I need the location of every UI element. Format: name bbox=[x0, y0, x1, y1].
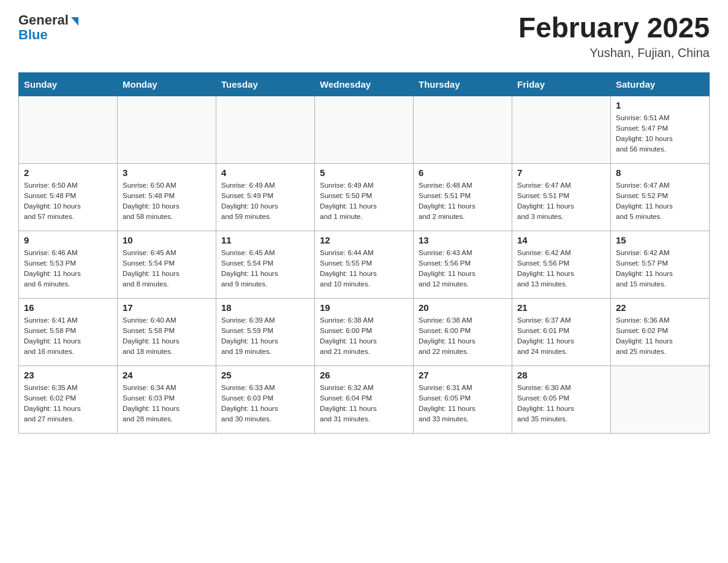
day-info: Sunrise: 6:46 AM Sunset: 5:53 PM Dayligh… bbox=[24, 248, 112, 290]
day-info: Sunrise: 6:45 AM Sunset: 5:54 PM Dayligh… bbox=[123, 248, 211, 290]
calendar-day-cell: 8Sunrise: 6:47 AM Sunset: 5:52 PM Daylig… bbox=[611, 163, 710, 231]
calendar-day-cell bbox=[512, 96, 611, 163]
day-info: Sunrise: 6:43 AM Sunset: 5:56 PM Dayligh… bbox=[419, 248, 507, 290]
calendar-day-cell: 11Sunrise: 6:45 AM Sunset: 5:54 PM Dayli… bbox=[216, 231, 315, 298]
calendar-day-cell bbox=[611, 366, 710, 433]
calendar-day-cell: 24Sunrise: 6:34 AM Sunset: 6:03 PM Dayli… bbox=[118, 366, 216, 433]
day-info: Sunrise: 6:47 AM Sunset: 5:52 PM Dayligh… bbox=[616, 180, 704, 223]
calendar-week-row: 16Sunrise: 6:41 AM Sunset: 5:58 PM Dayli… bbox=[19, 298, 710, 366]
calendar-day-cell: 19Sunrise: 6:38 AM Sunset: 6:00 PM Dayli… bbox=[315, 298, 414, 366]
weekday-header: Wednesday bbox=[315, 72, 414, 96]
calendar-day-cell: 2Sunrise: 6:50 AM Sunset: 5:48 PM Daylig… bbox=[19, 163, 118, 231]
day-number: 24 bbox=[123, 370, 211, 380]
calendar-day-cell: 23Sunrise: 6:35 AM Sunset: 6:02 PM Dayli… bbox=[19, 366, 118, 433]
calendar-day-cell: 3Sunrise: 6:50 AM Sunset: 5:48 PM Daylig… bbox=[118, 163, 216, 231]
page-header: General Blue February 2025 Yushan, Fujia… bbox=[18, 12, 710, 60]
weekday-header: Monday bbox=[118, 72, 216, 96]
day-info: Sunrise: 6:49 AM Sunset: 5:49 PM Dayligh… bbox=[221, 180, 309, 223]
logo-arrow-icon bbox=[71, 17, 78, 26]
logo-blue-text: Blue bbox=[18, 27, 48, 43]
calendar-day-cell: 10Sunrise: 6:45 AM Sunset: 5:54 PM Dayli… bbox=[118, 231, 216, 298]
day-number: 23 bbox=[24, 370, 112, 380]
weekday-header: Sunday bbox=[19, 72, 118, 96]
day-number: 10 bbox=[123, 235, 211, 245]
weekday-header: Friday bbox=[512, 72, 611, 96]
weekday-header: Saturday bbox=[611, 72, 710, 96]
calendar-day-cell: 22Sunrise: 6:36 AM Sunset: 6:02 PM Dayli… bbox=[611, 298, 710, 366]
calendar-day-cell: 16Sunrise: 6:41 AM Sunset: 5:58 PM Dayli… bbox=[19, 298, 118, 366]
calendar-day-cell: 14Sunrise: 6:42 AM Sunset: 5:56 PM Dayli… bbox=[512, 231, 611, 298]
weekday-header-row: SundayMondayTuesdayWednesdayThursdayFrid… bbox=[19, 72, 710, 96]
day-info: Sunrise: 6:34 AM Sunset: 6:03 PM Dayligh… bbox=[123, 383, 211, 425]
day-info: Sunrise: 6:32 AM Sunset: 6:04 PM Dayligh… bbox=[320, 383, 408, 425]
day-number: 28 bbox=[517, 370, 605, 380]
day-info: Sunrise: 6:31 AM Sunset: 6:05 PM Dayligh… bbox=[419, 383, 507, 425]
day-number: 14 bbox=[517, 235, 605, 245]
weekday-header: Thursday bbox=[414, 72, 512, 96]
calendar-day-cell: 5Sunrise: 6:49 AM Sunset: 5:50 PM Daylig… bbox=[315, 163, 414, 231]
calendar-week-row: 23Sunrise: 6:35 AM Sunset: 6:02 PM Dayli… bbox=[19, 366, 710, 433]
logo-general-text: General bbox=[18, 12, 69, 28]
day-info: Sunrise: 6:42 AM Sunset: 5:56 PM Dayligh… bbox=[517, 248, 605, 290]
day-number: 18 bbox=[221, 302, 309, 313]
day-number: 19 bbox=[320, 302, 408, 313]
calendar-day-cell: 13Sunrise: 6:43 AM Sunset: 5:56 PM Dayli… bbox=[414, 231, 512, 298]
day-info: Sunrise: 6:41 AM Sunset: 5:58 PM Dayligh… bbox=[24, 315, 112, 358]
calendar-week-row: 2Sunrise: 6:50 AM Sunset: 5:48 PM Daylig… bbox=[19, 163, 710, 231]
day-info: Sunrise: 6:48 AM Sunset: 5:51 PM Dayligh… bbox=[419, 180, 507, 223]
calendar-week-row: 1Sunrise: 6:51 AM Sunset: 5:47 PM Daylig… bbox=[19, 96, 710, 163]
day-number: 5 bbox=[320, 167, 408, 178]
day-number: 11 bbox=[221, 235, 309, 245]
day-number: 15 bbox=[616, 235, 704, 245]
day-info: Sunrise: 6:38 AM Sunset: 6:00 PM Dayligh… bbox=[419, 315, 507, 358]
calendar-week-row: 9Sunrise: 6:46 AM Sunset: 5:53 PM Daylig… bbox=[19, 231, 710, 298]
day-info: Sunrise: 6:35 AM Sunset: 6:02 PM Dayligh… bbox=[24, 383, 112, 425]
calendar-day-cell bbox=[118, 96, 216, 163]
day-info: Sunrise: 6:39 AM Sunset: 5:59 PM Dayligh… bbox=[221, 315, 309, 358]
day-info: Sunrise: 6:42 AM Sunset: 5:57 PM Dayligh… bbox=[616, 248, 704, 290]
calendar-table: SundayMondayTuesdayWednesdayThursdayFrid… bbox=[18, 72, 710, 434]
day-number: 4 bbox=[221, 167, 309, 178]
calendar-day-cell bbox=[414, 96, 512, 163]
day-info: Sunrise: 6:37 AM Sunset: 6:01 PM Dayligh… bbox=[517, 315, 605, 358]
day-number: 9 bbox=[24, 235, 112, 245]
calendar-day-cell: 28Sunrise: 6:30 AM Sunset: 6:05 PM Dayli… bbox=[512, 366, 611, 433]
calendar-day-cell: 7Sunrise: 6:47 AM Sunset: 5:51 PM Daylig… bbox=[512, 163, 611, 231]
day-number: 21 bbox=[517, 302, 605, 313]
calendar-day-cell: 25Sunrise: 6:33 AM Sunset: 6:03 PM Dayli… bbox=[216, 366, 315, 433]
calendar-day-cell: 9Sunrise: 6:46 AM Sunset: 5:53 PM Daylig… bbox=[19, 231, 118, 298]
day-number: 27 bbox=[419, 370, 507, 380]
day-number: 3 bbox=[123, 167, 211, 178]
day-info: Sunrise: 6:49 AM Sunset: 5:50 PM Dayligh… bbox=[320, 180, 408, 223]
day-number: 6 bbox=[419, 167, 507, 178]
calendar-title: February 2025 bbox=[518, 12, 710, 44]
day-number: 12 bbox=[320, 235, 408, 245]
day-info: Sunrise: 6:50 AM Sunset: 5:48 PM Dayligh… bbox=[123, 180, 211, 223]
day-number: 17 bbox=[123, 302, 211, 313]
day-info: Sunrise: 6:40 AM Sunset: 5:58 PM Dayligh… bbox=[123, 315, 211, 358]
calendar-day-cell: 12Sunrise: 6:44 AM Sunset: 5:55 PM Dayli… bbox=[315, 231, 414, 298]
calendar-day-cell: 20Sunrise: 6:38 AM Sunset: 6:00 PM Dayli… bbox=[414, 298, 512, 366]
calendar-day-cell: 18Sunrise: 6:39 AM Sunset: 5:59 PM Dayli… bbox=[216, 298, 315, 366]
calendar-day-cell: 6Sunrise: 6:48 AM Sunset: 5:51 PM Daylig… bbox=[414, 163, 512, 231]
day-info: Sunrise: 6:45 AM Sunset: 5:54 PM Dayligh… bbox=[221, 248, 309, 290]
calendar-day-cell: 1Sunrise: 6:51 AM Sunset: 5:47 PM Daylig… bbox=[611, 96, 710, 163]
weekday-header: Tuesday bbox=[216, 72, 315, 96]
calendar-day-cell: 17Sunrise: 6:40 AM Sunset: 5:58 PM Dayli… bbox=[118, 298, 216, 366]
calendar-subtitle: Yushan, Fujian, China bbox=[518, 46, 710, 60]
day-number: 22 bbox=[616, 302, 704, 313]
day-number: 1 bbox=[616, 100, 704, 110]
day-info: Sunrise: 6:36 AM Sunset: 6:02 PM Dayligh… bbox=[616, 315, 704, 358]
day-info: Sunrise: 6:33 AM Sunset: 6:03 PM Dayligh… bbox=[221, 383, 309, 425]
calendar-day-cell bbox=[216, 96, 315, 163]
day-info: Sunrise: 6:30 AM Sunset: 6:05 PM Dayligh… bbox=[517, 383, 605, 425]
day-number: 13 bbox=[419, 235, 507, 245]
calendar-day-cell: 4Sunrise: 6:49 AM Sunset: 5:49 PM Daylig… bbox=[216, 163, 315, 231]
day-info: Sunrise: 6:44 AM Sunset: 5:55 PM Dayligh… bbox=[320, 248, 408, 290]
calendar-day-cell: 26Sunrise: 6:32 AM Sunset: 6:04 PM Dayli… bbox=[315, 366, 414, 433]
day-info: Sunrise: 6:47 AM Sunset: 5:51 PM Dayligh… bbox=[517, 180, 605, 223]
day-number: 25 bbox=[221, 370, 309, 380]
day-info: Sunrise: 6:50 AM Sunset: 5:48 PM Dayligh… bbox=[24, 180, 112, 223]
calendar-day-cell bbox=[315, 96, 414, 163]
calendar-day-cell: 27Sunrise: 6:31 AM Sunset: 6:05 PM Dayli… bbox=[414, 366, 512, 433]
